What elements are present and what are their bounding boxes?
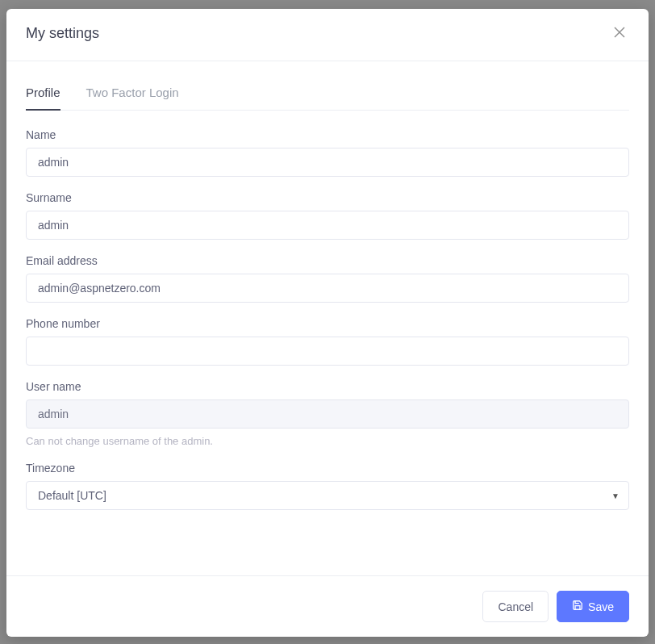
field-email: Email address	[26, 254, 629, 303]
tab-two-factor-login[interactable]: Two Factor Login	[86, 77, 179, 111]
label-username: User name	[26, 380, 629, 393]
input-username	[26, 399, 629, 429]
input-phone[interactable]	[26, 337, 629, 366]
modal-title: My settings	[26, 25, 99, 42]
input-name[interactable]	[26, 148, 629, 177]
input-surname[interactable]	[26, 211, 629, 240]
select-timezone[interactable]: Default [UTC]	[26, 481, 629, 510]
label-name: Name	[26, 128, 629, 141]
close-icon	[614, 25, 625, 42]
save-icon	[572, 600, 583, 613]
label-email: Email address	[26, 254, 629, 267]
field-phone: Phone number	[26, 317, 629, 366]
input-email[interactable]	[26, 274, 629, 303]
field-username: User name Can not change username of the…	[26, 380, 629, 447]
save-button[interactable]: Save	[557, 591, 629, 622]
field-surname: Surname	[26, 191, 629, 240]
field-timezone: Timezone Default [UTC] ▼	[26, 462, 629, 510]
tabs: Profile Two Factor Login	[26, 77, 629, 111]
help-username: Can not change username of the admin.	[26, 435, 629, 447]
modal-header: My settings	[6, 9, 649, 61]
modal-body: Profile Two Factor Login Name Surname Em…	[6, 61, 649, 575]
label-surname: Surname	[26, 191, 629, 204]
label-timezone: Timezone	[26, 462, 629, 475]
save-button-label: Save	[588, 600, 614, 613]
close-button[interactable]	[610, 23, 629, 43]
label-phone: Phone number	[26, 317, 629, 330]
tab-profile[interactable]: Profile	[26, 77, 60, 111]
settings-modal: My settings Profile Two Factor Login Nam…	[6, 9, 649, 637]
cancel-button[interactable]: Cancel	[482, 591, 549, 622]
modal-footer: Cancel Save	[6, 575, 649, 637]
field-name: Name	[26, 128, 629, 177]
cancel-button-label: Cancel	[498, 600, 533, 613]
